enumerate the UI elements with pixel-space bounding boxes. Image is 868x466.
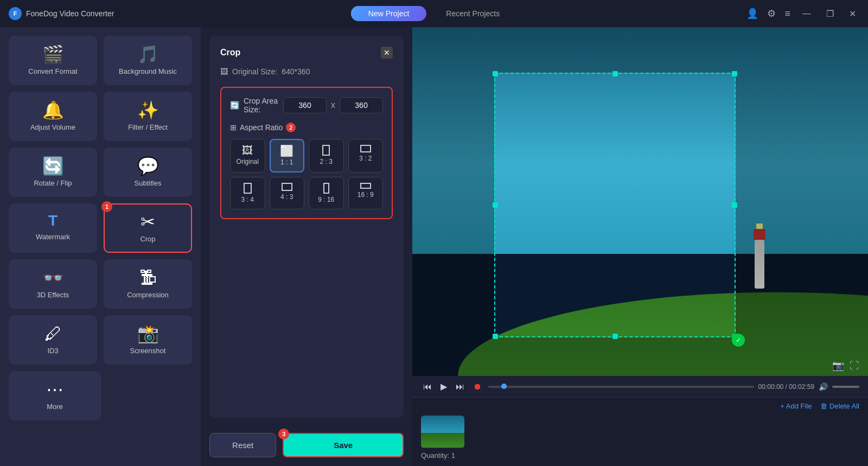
crop-height-input[interactable]: [340, 97, 383, 113]
lighthouse-light: [756, 224, 763, 229]
dialog-title: Crop: [220, 48, 240, 58]
crop-width-input[interactable]: [283, 97, 327, 113]
ratio-btn-9-16[interactable]: 9 : 16: [309, 177, 344, 209]
add-file-button[interactable]: + Add File: [780, 402, 812, 410]
sidebar-item-adjust-volume[interactable]: 🔔 Adjust Volume: [9, 92, 97, 141]
crop-handle-topcenter[interactable]: [612, 71, 618, 76]
app-logo: F FoneDog Video Converter: [9, 7, 114, 20]
crop-x-separator: x: [331, 100, 335, 110]
crop-handle-topleft[interactable]: [493, 71, 498, 76]
expand-icon[interactable]: ⛶: [850, 360, 859, 372]
sidebar-item-background-music[interactable]: 🎵 Background Music: [104, 36, 192, 85]
crop-settings-panel: 🔄 Crop Area Size: x ⊞ Aspect Ratio 2 🖼: [220, 87, 393, 219]
skip-back-button[interactable]: ⏮: [421, 381, 434, 393]
dialog-close-button[interactable]: ✕: [381, 47, 393, 59]
ratio-btn-3-2[interactable]: 3 : 2: [348, 139, 384, 173]
crop-handle-middleright[interactable]: [732, 202, 737, 208]
image-icon: 🖼: [220, 67, 228, 76]
crop-handle-topright[interactable]: [732, 71, 737, 76]
dialog-header: Crop ✕: [220, 47, 393, 59]
sidebar-item-label-compression: Compression: [127, 291, 169, 299]
tab-bar: New Project Recent Projects: [351, 6, 517, 21]
logo-icon: F: [9, 7, 22, 20]
file-thumbnail[interactable]: [421, 416, 464, 448]
sidebar-item-more[interactable]: ⋯ More: [9, 371, 101, 420]
main-content: 🎬 Convert Format 🎵 Background Music 🔔 Ad…: [0, 27, 868, 466]
volume-bar[interactable]: [832, 386, 859, 388]
menu-icon[interactable]: ≡: [784, 8, 790, 20]
original-size-label: Original Size:: [232, 67, 277, 76]
video-scene: ✓: [412, 27, 868, 376]
aspect-ratio-title: ⊞ Aspect Ratio 2: [230, 123, 383, 132]
tab-new-project[interactable]: New Project: [351, 6, 426, 21]
dialog-area: Crop ✕ 🖼 Original Size: 640*360 🔄 Crop A…: [201, 27, 412, 466]
ratio-btn-2-3[interactable]: 2 : 3: [309, 139, 344, 173]
ratio-btn-4-3[interactable]: 4 : 3: [270, 177, 305, 209]
id3-icon: 🖊: [44, 325, 62, 342]
delete-all-button[interactable]: 🗑 Delete All: [820, 402, 859, 410]
crop-handle-bottomright[interactable]: ✓: [732, 334, 737, 339]
tab-recent-projects[interactable]: Recent Projects: [429, 6, 517, 21]
sidebar-item-3d-effects[interactable]: 👓 3D Effects: [9, 259, 97, 309]
crop-handle-bottomleft[interactable]: [493, 334, 498, 339]
sidebar-item-label-subtitles: Subtitles: [135, 179, 162, 187]
ratio-btn-16-9[interactable]: 16 : 9: [348, 177, 384, 209]
progress-indicator: [501, 384, 507, 389]
sidebar-item-id3[interactable]: 🖊 ID3: [9, 315, 97, 365]
ratio-icon-original: 🖼: [242, 145, 253, 156]
sidebar-item-label-adjust-volume: Adjust Volume: [30, 123, 75, 131]
lighthouse: [751, 224, 768, 289]
settings-icon[interactable]: ⚙: [767, 8, 776, 20]
sidebar-item-label-watermark: Watermark: [36, 233, 70, 241]
adjust-volume-icon: 🔔: [42, 101, 64, 119]
sidebar-item-rotate-flip[interactable]: 🔄 Rotate / Flip: [9, 148, 97, 197]
volume-icon: 🔊: [819, 382, 828, 391]
sidebar-item-label-screenshot: Screenshot: [130, 347, 166, 355]
ratio-icon-3-4: [244, 183, 252, 194]
screenshot-tool-icon[interactable]: 📷: [832, 360, 844, 372]
video-preview: ✓ 📷 ⛶: [412, 27, 868, 376]
sidebar-item-watermark[interactable]: T Watermark: [9, 203, 97, 253]
play-button[interactable]: ▶: [438, 380, 449, 393]
lighthouse-top: [754, 229, 765, 240]
ratio-icon-2-3: [322, 145, 330, 156]
crop-handle-middleleft[interactable]: [493, 202, 498, 208]
sidebar-item-crop[interactable]: 1 ✂ Crop: [104, 203, 192, 253]
crop-badge: 1: [101, 201, 112, 212]
aspect-icon: ⊞: [230, 123, 237, 132]
original-size-value: 640*360: [282, 67, 310, 76]
maximize-button[interactable]: ❐: [823, 8, 837, 20]
crop-area-icon: 🔄: [230, 101, 239, 110]
sidebar-item-subtitles[interactable]: 💬 Subtitles: [104, 148, 192, 197]
minimize-button[interactable]: —: [799, 8, 814, 20]
screenshot-icon: 📸: [137, 325, 159, 342]
sidebar-item-label-filter-effect: Filter / Effect: [128, 123, 168, 131]
ratio-btn-original[interactable]: 🖼 Original: [230, 139, 265, 173]
ratio-icon-9-16: [323, 183, 329, 194]
lighthouse-body: [755, 240, 764, 289]
sidebar-item-compression[interactable]: 🗜 Compression: [104, 259, 192, 309]
compression-icon: 🗜: [139, 269, 157, 286]
save-badge: 3: [278, 429, 289, 439]
sidebar-item-screenshot[interactable]: 📸 Screenshot: [104, 315, 192, 365]
progress-bar[interactable]: [488, 386, 754, 388]
crop-handle-bottomcenter[interactable]: [612, 334, 618, 339]
ratio-btn-1-1[interactable]: ⬜ 1 : 1: [270, 139, 305, 173]
titlebar-right: 👤 ⚙ ≡ — ❐ ✕: [746, 8, 859, 20]
sidebar-item-filter-effect[interactable]: ✨ Filter / Effect: [104, 92, 192, 141]
crop-area-row: 🔄 Crop Area Size: x: [230, 97, 383, 114]
ratio-btn-3-4[interactable]: 3 : 4: [230, 177, 265, 209]
sidebar: 🎬 Convert Format 🎵 Background Music 🔔 Ad…: [0, 27, 201, 466]
crop-overlay[interactable]: ✓: [494, 73, 736, 338]
close-button[interactable]: ✕: [846, 8, 859, 20]
titlebar: F FoneDog Video Converter New Project Re…: [0, 0, 868, 27]
user-icon[interactable]: 👤: [746, 8, 758, 20]
save-button[interactable]: 3 Save: [283, 433, 404, 457]
sidebar-item-label-rotate-flip: Rotate / Flip: [34, 179, 72, 187]
skip-forward-button[interactable]: ⏭: [454, 381, 467, 393]
record-button[interactable]: ⏺: [471, 381, 484, 393]
reset-button[interactable]: Reset: [209, 433, 276, 457]
sidebar-item-convert-format[interactable]: 🎬 Convert Format: [9, 36, 97, 85]
background-music-icon: 🎵: [137, 46, 159, 63]
ratio-icon-3-2: [360, 145, 371, 152]
